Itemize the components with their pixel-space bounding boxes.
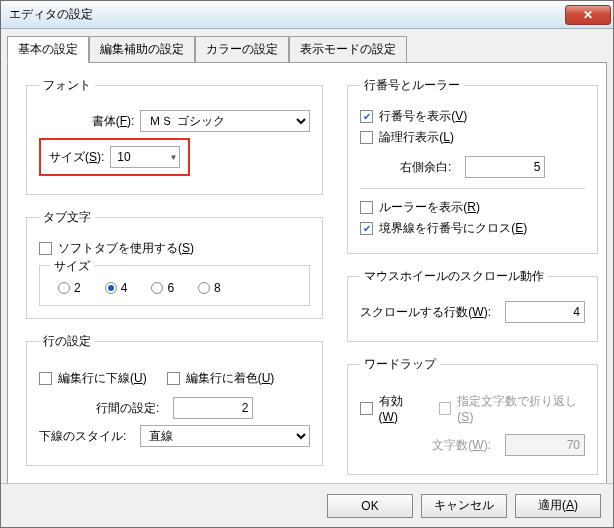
- checkbox-icon: ✔: [360, 222, 373, 235]
- tab-basic[interactable]: 基本の設定: [7, 36, 89, 63]
- titlebar: エディタの設定 ✕: [1, 1, 613, 29]
- ok-button[interactable]: OK: [327, 494, 413, 518]
- window-title: エディタの設定: [9, 6, 565, 23]
- wrap-chars-input: [505, 434, 585, 456]
- checkbox-icon: ✔: [360, 110, 373, 123]
- softtab-checkbox[interactable]: ソフトタブを使用する(S): [39, 240, 310, 257]
- dialog-window: エディタの設定 ✕ 基本の設定 編集補助の設定 カラーの設定 表示モードの設定 …: [0, 0, 614, 528]
- group-line-legend: 行の設定: [39, 333, 95, 350]
- group-tabchar-legend: タブ文字: [39, 209, 95, 226]
- group-font-legend: フォント: [39, 77, 95, 94]
- logical-line-checkbox[interactable]: 論理行表示(L): [360, 129, 585, 146]
- wrap-at-chars-checkbox: 指定文字数で折り返し(S): [439, 393, 585, 424]
- radio-icon: [58, 282, 70, 294]
- checkbox-icon: [439, 402, 451, 415]
- show-lineno-label: 行番号を表示(V): [379, 108, 467, 125]
- apply-button[interactable]: 適用(A): [515, 494, 601, 518]
- close-icon: ✕: [583, 8, 593, 22]
- group-wordwrap-legend: ワードラップ: [360, 356, 440, 373]
- checkbox-icon: [167, 372, 180, 385]
- tab-color[interactable]: カラーの設定: [195, 36, 289, 63]
- group-line: 行の設定 編集行に下線(U) 編集行に着色(U) 行間の設定:: [26, 333, 323, 466]
- checkbox-icon: [360, 131, 373, 144]
- tab-edit-assist[interactable]: 編集補助の設定: [89, 36, 195, 63]
- wrap-at-chars-label: 指定文字数で折り返し(S): [457, 393, 585, 424]
- group-wheel-legend: マウスホイールのスクロール動作: [360, 268, 548, 285]
- group-lineno-ruler: 行番号とルーラー ✔ 行番号を表示(V) 論理行表示(L) 右側余白:: [347, 77, 598, 254]
- cancel-button[interactable]: キャンセル: [421, 494, 507, 518]
- tab-bar: 基本の設定 編集補助の設定 カラーの設定 表示モードの設定: [1, 29, 613, 62]
- button-bar: OK キャンセル 適用(A): [1, 483, 613, 527]
- font-size-select[interactable]: 10 ▼: [110, 146, 180, 168]
- checkbox-icon: [360, 201, 373, 214]
- wrap-chars-label: 文字数(W):: [432, 437, 491, 454]
- group-font: フォント 書体(F): ＭＳ ゴシック サイズ(S): 10 ▼: [26, 77, 323, 195]
- tabsize-radio-8[interactable]: 8: [198, 281, 221, 295]
- checkbox-icon: [360, 402, 372, 415]
- softtab-label: ソフトタブを使用する(S): [58, 240, 194, 257]
- group-lineno-legend: 行番号とルーラー: [360, 77, 464, 94]
- show-ruler-label: ルーラーを表示(R): [379, 199, 480, 216]
- close-button[interactable]: ✕: [565, 5, 611, 25]
- separator: [360, 188, 585, 189]
- edit-underline-label: 編集行に下線(U): [58, 370, 147, 387]
- wrap-enable-label: 有効(W): [379, 393, 419, 424]
- line-spacing-label: 行間の設定:: [96, 400, 159, 417]
- edit-underline-checkbox[interactable]: 編集行に下線(U): [39, 370, 147, 387]
- font-size-label: サイズ(S):: [49, 149, 104, 166]
- tab-size-legend: サイズ: [50, 258, 94, 275]
- font-face-select[interactable]: ＭＳ ゴシック: [140, 110, 310, 132]
- right-margin-input[interactable]: [465, 156, 545, 178]
- checkbox-icon: [39, 242, 52, 255]
- radio-icon: [198, 282, 210, 294]
- tabsize-radio-6[interactable]: 6: [151, 281, 174, 295]
- group-tabchar: タブ文字 ソフトタブを使用する(S) サイズ 2 4 6 8: [26, 209, 323, 319]
- show-lineno-checkbox[interactable]: ✔ 行番号を表示(V): [360, 108, 585, 125]
- tab-size-group: サイズ 2 4 6 8: [39, 265, 310, 306]
- font-size-highlight: サイズ(S): 10 ▼: [39, 138, 190, 176]
- radio-icon: [105, 282, 117, 294]
- logical-line-label: 論理行表示(L): [379, 129, 454, 146]
- tabsize-radio-2[interactable]: 2: [58, 281, 81, 295]
- radio-icon: [151, 282, 163, 294]
- cross-ruler-label: 境界線を行番号にクロス(E): [379, 220, 527, 237]
- line-spacing-input[interactable]: [173, 397, 253, 419]
- tabsize-radio-4[interactable]: 4: [105, 281, 128, 295]
- checkbox-icon: [39, 372, 52, 385]
- cross-ruler-checkbox[interactable]: ✔ 境界線を行番号にクロス(E): [360, 220, 585, 237]
- group-wordwrap: ワードラップ 有効(W) 指定文字数で折り返し(S) 文字数(W):: [347, 356, 598, 475]
- tab-panel-basic: フォント 書体(F): ＭＳ ゴシック サイズ(S): 10 ▼: [7, 62, 607, 500]
- edit-color-label: 編集行に着色(U): [186, 370, 275, 387]
- wrap-enable-checkbox[interactable]: 有効(W): [360, 393, 419, 424]
- right-margin-label: 右側余白:: [400, 159, 451, 176]
- underline-style-label: 下線のスタイル:: [39, 428, 126, 445]
- group-wheel: マウスホイールのスクロール動作 スクロールする行数(W):: [347, 268, 598, 342]
- underline-style-select[interactable]: 直線: [140, 425, 310, 447]
- edit-color-checkbox[interactable]: 編集行に着色(U): [167, 370, 275, 387]
- font-face-label: 書体(F):: [92, 113, 135, 130]
- tab-display-mode[interactable]: 表示モードの設定: [289, 36, 407, 63]
- scroll-rows-label: スクロールする行数(W):: [360, 304, 491, 321]
- show-ruler-checkbox[interactable]: ルーラーを表示(R): [360, 199, 585, 216]
- chevron-down-icon: ▼: [169, 153, 177, 162]
- scroll-rows-input[interactable]: [505, 301, 585, 323]
